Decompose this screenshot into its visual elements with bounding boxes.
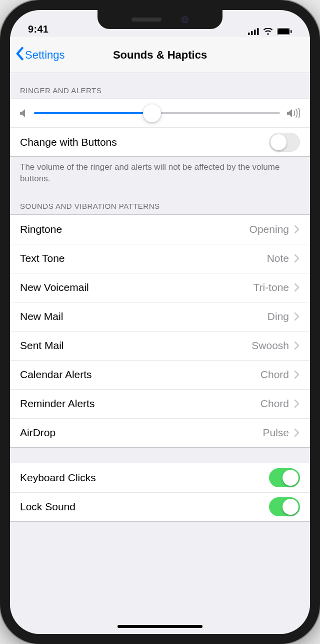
chevron-right-icon (294, 428, 300, 437)
patterns-row-label: Sent Mail (20, 340, 252, 352)
volume-slider[interactable] (34, 112, 280, 114)
patterns-row-value: Ding (268, 310, 289, 323)
clicks-group: Keyboard ClicksLock Sound (10, 463, 310, 522)
patterns-row[interactable]: New VoicemailTri-tone (10, 273, 310, 302)
patterns-row-label: New Mail (20, 310, 268, 323)
speaker-high-icon (287, 108, 300, 118)
patterns-header: SOUNDS AND VIBRATION PATTERNS (10, 189, 310, 214)
nav-bar: Settings Sounds & Haptics (10, 37, 310, 73)
svg-rect-2 (254, 30, 256, 35)
patterns-group: RingtoneOpeningText ToneNoteNew Voicemai… (10, 214, 310, 448)
patterns-row-value: Chord (260, 398, 289, 410)
back-button[interactable]: Settings (15, 47, 65, 64)
screen: 9:41 Settings Sounds & Haptics (10, 10, 310, 634)
status-icons (248, 28, 292, 35)
notch (98, 10, 222, 29)
slider-fill (34, 112, 152, 114)
ringer-footer: The volume of the ringer and alerts will… (10, 157, 310, 189)
chevron-right-icon (294, 370, 300, 379)
svg-rect-3 (257, 28, 259, 35)
change-with-buttons-switch[interactable] (269, 133, 300, 152)
patterns-row[interactable]: Sent MailSwoosh (10, 331, 310, 360)
clicks-row-switch[interactable] (269, 468, 300, 487)
patterns-row[interactable]: Text ToneNote (10, 244, 310, 273)
chevron-left-icon (15, 47, 24, 64)
patterns-row[interactable]: RingtoneOpening (10, 215, 310, 244)
chevron-right-icon (294, 399, 300, 408)
clicks-row[interactable]: Keyboard Clicks (10, 463, 310, 492)
patterns-row-label: Calendar Alerts (20, 369, 260, 381)
patterns-row-value: Note (267, 252, 289, 264)
chevron-right-icon (294, 341, 300, 350)
clicks-row[interactable]: Lock Sound (10, 492, 310, 521)
patterns-row-label: Ringtone (20, 223, 250, 235)
patterns-row[interactable]: New MailDing (10, 302, 310, 331)
patterns-row[interactable]: Reminder AlertsChord (10, 389, 310, 418)
slider-thumb[interactable] (143, 104, 161, 122)
battery-icon (277, 28, 292, 35)
chevron-right-icon (294, 283, 300, 292)
patterns-row-label: Text Tone (20, 252, 267, 264)
patterns-row-value: Tri-tone (253, 281, 289, 293)
ringer-group: Change with Buttons (10, 99, 310, 157)
patterns-row-value: Opening (250, 223, 289, 235)
settings-content[interactable]: RINGER AND ALERTS Change with Buttons (10, 73, 310, 634)
volume-slider-row (10, 99, 310, 127)
chevron-right-icon (294, 254, 300, 263)
chevron-right-icon (294, 312, 300, 321)
cellular-icon (248, 28, 259, 35)
change-with-buttons-label: Change with Buttons (20, 136, 269, 148)
clicks-row-switch[interactable] (269, 497, 300, 516)
svg-rect-0 (248, 33, 250, 35)
patterns-row-label: Reminder Alerts (20, 398, 260, 410)
ringer-header: RINGER AND ALERTS (10, 73, 310, 99)
speaker-low-icon (20, 109, 27, 118)
patterns-row-label: New Voicemail (20, 281, 253, 293)
patterns-row[interactable]: Calendar AlertsChord (10, 360, 310, 389)
iphone-frame: 9:41 Settings Sounds & Haptics (0, 0, 320, 644)
svg-rect-5 (278, 29, 289, 34)
home-indicator[interactable] (118, 625, 202, 628)
svg-rect-6 (290, 30, 292, 33)
patterns-row-value: Pulse (262, 427, 289, 439)
back-label: Settings (25, 49, 65, 62)
wifi-icon (263, 28, 273, 35)
patterns-row-label: AirDrop (20, 427, 262, 439)
patterns-row-value: Chord (260, 369, 289, 381)
change-with-buttons-row[interactable]: Change with Buttons (10, 127, 310, 156)
clicks-row-label: Lock Sound (20, 501, 269, 513)
chevron-right-icon (294, 225, 300, 234)
clicks-row-label: Keyboard Clicks (20, 472, 269, 484)
patterns-row[interactable]: AirDropPulse (10, 418, 310, 447)
svg-rect-1 (251, 31, 253, 35)
group-spacer (10, 448, 310, 463)
patterns-row-value: Swoosh (252, 340, 289, 352)
